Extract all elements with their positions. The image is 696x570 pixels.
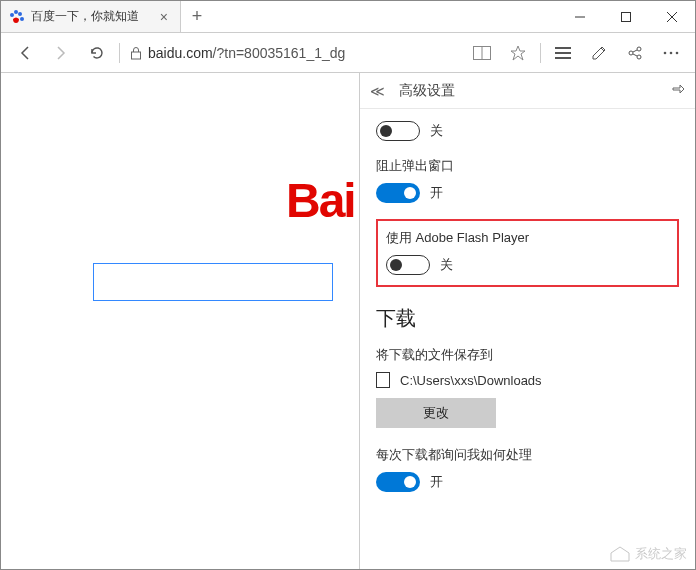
setting-row: 关 [376, 121, 679, 141]
svg-point-22 [676, 51, 679, 54]
back-button[interactable] [7, 35, 43, 71]
folder-icon [376, 372, 390, 388]
panel-title: 高级设置 [399, 82, 671, 100]
lock-icon[interactable] [124, 46, 148, 60]
separator [119, 43, 120, 63]
svg-point-20 [664, 51, 667, 54]
svg-point-15 [629, 51, 633, 55]
svg-rect-5 [622, 12, 631, 21]
download-section-title: 下载 [376, 305, 679, 332]
panel-body: 关 阻止弹出窗口 开 使用 Adobe Flash Player 关 下载 将下… [360, 109, 695, 504]
toggle-state: 开 [430, 473, 443, 491]
separator [540, 43, 541, 63]
ask-label: 每次下载都询问我如何处理 [376, 446, 679, 464]
download-path: C:\Users\xxs\Downloads [400, 373, 542, 388]
toggle-state: 开 [430, 184, 443, 202]
toggle-switch[interactable] [376, 183, 420, 203]
back-chevron-icon[interactable]: ≪ [370, 83, 385, 99]
toggle-switch[interactable] [376, 472, 420, 492]
toggle-state: 关 [440, 256, 453, 274]
favorite-icon[interactable] [500, 35, 536, 71]
svg-rect-8 [132, 52, 141, 59]
svg-point-0 [10, 13, 14, 17]
svg-line-18 [633, 50, 637, 52]
svg-point-17 [637, 55, 641, 59]
forward-button[interactable] [43, 35, 79, 71]
download-path-row: C:\Users\xxs\Downloads [376, 372, 679, 388]
svg-point-16 [637, 47, 641, 51]
svg-point-3 [20, 17, 24, 21]
url-path: /?tn=80035161_1_dg [213, 45, 346, 61]
url-host: baidu.com [148, 45, 213, 61]
setting-label: 使用 Adobe Flash Player [386, 229, 669, 247]
titlebar: 百度一下，你就知道 × + [1, 1, 695, 33]
address-bar[interactable]: baidu.com/?tn=80035161_1_dg [148, 45, 464, 61]
browser-tab[interactable]: 百度一下，你就知道 × [1, 1, 181, 32]
save-to-label: 将下载的文件保存到 [376, 346, 679, 364]
close-tab-icon[interactable]: × [156, 9, 172, 25]
toggle-state: 关 [430, 122, 443, 140]
toggle-switch[interactable] [386, 255, 430, 275]
panel-header: ≪ 高级设置 [360, 73, 695, 109]
reading-view-icon[interactable] [464, 35, 500, 71]
window-controls [557, 1, 695, 32]
baidu-logo: Bai [286, 173, 355, 228]
close-window-button[interactable] [649, 1, 695, 32]
search-input[interactable] [93, 263, 333, 301]
refresh-button[interactable] [79, 35, 115, 71]
baidu-favicon [9, 9, 25, 25]
hub-icon[interactable] [545, 35, 581, 71]
watermark: 系统之家 [609, 545, 687, 563]
svg-line-19 [633, 54, 637, 56]
notes-icon[interactable] [581, 35, 617, 71]
maximize-button[interactable] [603, 1, 649, 32]
tab-title: 百度一下，你就知道 [31, 8, 156, 25]
svg-point-2 [18, 12, 22, 16]
settings-panel: ≪ 高级设置 关 阻止弹出窗口 开 使用 Adobe Flash Player … [359, 73, 695, 569]
change-button[interactable]: 更改 [376, 398, 496, 428]
flash-setting-highlight: 使用 Adobe Flash Player 关 [376, 219, 679, 287]
pin-icon[interactable] [671, 82, 685, 99]
toolbar: baidu.com/?tn=80035161_1_dg [1, 33, 695, 73]
setting-label: 阻止弹出窗口 [376, 157, 679, 175]
titlebar-spacer [213, 1, 557, 32]
more-icon[interactable] [653, 35, 689, 71]
minimize-button[interactable] [557, 1, 603, 32]
share-icon[interactable] [617, 35, 653, 71]
toggle-switch[interactable] [376, 121, 420, 141]
svg-point-21 [670, 51, 673, 54]
block-popup-setting: 阻止弹出窗口 开 [376, 157, 679, 203]
svg-point-1 [14, 10, 18, 14]
new-tab-button[interactable]: + [181, 1, 213, 32]
